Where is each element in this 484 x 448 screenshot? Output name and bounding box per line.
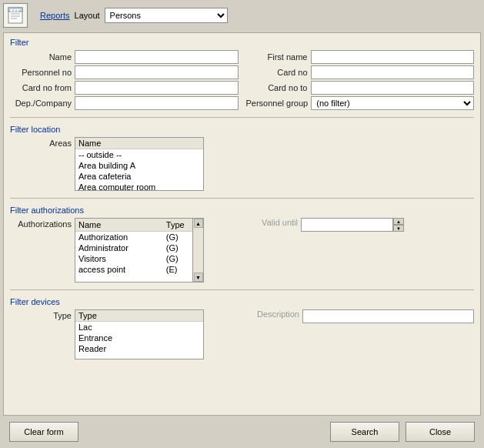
auth-name-cell: Authorization: [75, 232, 163, 242]
valid-spin-up[interactable]: ▲: [393, 218, 404, 225]
card-no-from-field-row: Card no from: [10, 81, 239, 95]
btn-group-right: Search Close: [330, 422, 475, 442]
name-field-row: Name: [10, 50, 239, 64]
auth-type-cell: (G): [163, 232, 192, 242]
type-label: Type: [10, 309, 72, 320]
first-name-label: First name: [246, 52, 308, 62]
list-item[interactable]: Area computer room: [75, 182, 203, 191]
description-wrapper: Description: [253, 309, 474, 323]
auth-list-box[interactable]: Name Type Authorization (G) Administrato…: [75, 218, 193, 283]
svg-rect-5: [11, 9, 12, 12]
scroll-up-btn[interactable]: ▲: [194, 219, 203, 228]
personnel-group-select[interactable]: (no filter): [311, 96, 474, 110]
dep-company-label: Dep./Company: [10, 99, 72, 108]
filter-devices-title: Filter devices: [10, 297, 474, 306]
list-item[interactable]: Area cafeteria: [75, 171, 203, 182]
reports-link[interactable]: Reports: [40, 11, 70, 20]
filter-auth-section: Filter authorizations Authorizations Nam…: [10, 206, 474, 283]
divider-3: [10, 289, 474, 290]
list-item[interactable]: Entrance: [75, 333, 203, 343]
auth-list-container: Name Type Authorization (G) Administrato…: [75, 218, 204, 283]
list-item[interactable]: Area building A: [75, 160, 203, 171]
auth-list-item[interactable]: access point (E): [75, 264, 192, 275]
dep-company-input[interactable]: [75, 96, 239, 110]
dep-company-field-row: Dep./Company: [10, 96, 239, 110]
auth-type-cell: (E): [163, 265, 192, 274]
main-container: Reports Layout Persons Cards Transaction…: [0, 0, 484, 448]
auth-list-item[interactable]: Authorization (G): [75, 232, 192, 242]
areas-row: Areas Name -- outside -- Area building A…: [10, 137, 474, 191]
filter-devices-section: Filter devices Type Type Lac Entrance Re…: [10, 297, 474, 359]
valid-until-input-group: ▲ ▼: [301, 218, 404, 232]
valid-until-label: Valid until: [253, 218, 298, 227]
first-name-input[interactable]: [311, 50, 475, 64]
valid-spin-down[interactable]: ▼: [393, 225, 404, 232]
auth-list-header: Name Type: [75, 219, 192, 232]
auth-type-cell: (G): [163, 254, 192, 263]
auth-list-item[interactable]: Visitors (G): [75, 253, 192, 264]
divider-1: [10, 117, 474, 118]
filter-section: Filter Name Personnel no Card no from: [10, 38, 474, 110]
description-label: Description: [253, 309, 299, 319]
auth-list-inner: Authorization (G) Administrator (G) Visi…: [75, 232, 192, 282]
name-input[interactable]: [75, 50, 239, 64]
auth-label: Authorizations: [10, 218, 72, 229]
first-name-field-row: First name: [246, 50, 475, 64]
content-area: Filter Name Personnel no Card no from: [3, 32, 481, 416]
devices-listbox[interactable]: Type Lac Entrance Reader: [75, 309, 204, 359]
layout-select[interactable]: Persons Cards Transactions: [105, 8, 228, 23]
auth-name-cell: Administrator: [75, 243, 163, 252]
card-no-from-label: Card no from: [10, 83, 72, 92]
list-item[interactable]: -- outside --: [75, 149, 203, 160]
personnel-no-label: Personnel no: [10, 68, 72, 77]
auth-name-cell: access point: [75, 265, 163, 274]
devices-row: Type Type Lac Entrance Reader Descriptio…: [10, 309, 474, 359]
personnel-group-label: Personnel group: [246, 99, 309, 108]
valid-until-wrapper: Valid until ▲ ▼: [253, 218, 474, 232]
svg-rect-7: [17, 9, 18, 12]
card-no-to-label: Card no to: [246, 83, 308, 92]
description-input[interactable]: [302, 309, 474, 323]
name-label: Name: [10, 52, 72, 62]
layout-row: Reports Layout Persons Cards Transaction…: [40, 8, 228, 23]
valid-until-spinners: ▲ ▼: [393, 218, 404, 232]
layout-label: Layout: [75, 11, 100, 20]
auth-list-item[interactable]: Administrator (G): [75, 242, 192, 253]
filter-grid: Name Personnel no Card no from Dep./Comp…: [10, 50, 474, 110]
list-item[interactable]: Reader: [75, 343, 203, 354]
areas-listbox[interactable]: Name -- outside -- Area building A Area …: [75, 137, 204, 191]
valid-until-input[interactable]: [301, 218, 393, 232]
card-no-to-field-row: Card no to: [246, 81, 475, 95]
personnel-no-field-row: Personnel no: [10, 65, 239, 79]
filter-location-section: Filter location Areas Name -- outside --…: [10, 125, 474, 191]
title-bar: Reports Layout Persons Cards Transaction…: [3, 3, 481, 28]
search-button[interactable]: Search: [330, 422, 399, 442]
filter-location-title: Filter location: [10, 125, 474, 134]
personnel-no-input[interactable]: [75, 65, 239, 79]
card-no-input[interactable]: [311, 65, 475, 79]
card-no-from-input[interactable]: [75, 81, 239, 95]
auth-row-wrapper: Authorizations Name Type Authorization (…: [10, 218, 474, 283]
card-no-label: Card no: [246, 68, 308, 77]
close-button[interactable]: Close: [406, 422, 475, 442]
areas-list-header: Name: [75, 138, 203, 149]
auth-col-type-header: Type: [163, 219, 192, 230]
auth-col-name-header: Name: [75, 219, 163, 230]
card-no-field-row: Card no: [246, 65, 475, 79]
svg-rect-6: [14, 9, 15, 12]
auth-name-cell: Visitors: [75, 254, 163, 263]
divider-2: [10, 198, 474, 199]
devices-list-header: Type: [75, 310, 203, 322]
button-bar: Clear form Search Close: [3, 419, 481, 445]
list-item[interactable]: Lac: [75, 322, 203, 333]
clear-form-button[interactable]: Clear form: [9, 422, 78, 442]
scroll-down-btn[interactable]: ▼: [194, 272, 203, 282]
auth-scrollbar[interactable]: ▲ ▼: [193, 218, 204, 283]
auth-type-cell: (G): [163, 243, 192, 252]
scroll-track: [193, 228, 203, 272]
card-no-to-input[interactable]: [311, 81, 475, 95]
filter-auth-title: Filter authorizations: [10, 206, 474, 215]
personnel-group-field-row: Personnel group (no filter): [246, 96, 475, 110]
areas-label: Areas: [10, 137, 72, 148]
report-icon: [3, 3, 28, 28]
